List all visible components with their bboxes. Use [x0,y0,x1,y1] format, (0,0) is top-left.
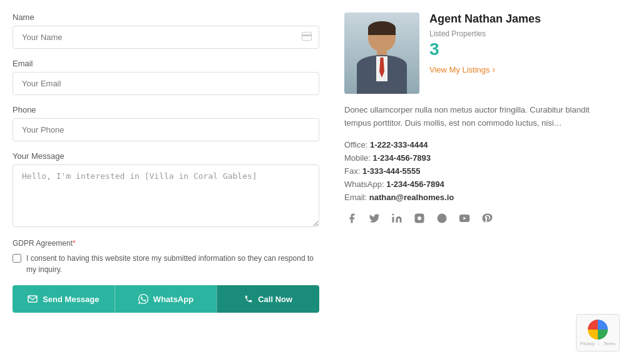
call-now-button[interactable]: Call Now [217,285,319,313]
recaptcha-privacy-terms: Privacy - Terms [580,341,615,346]
svg-rect-2 [28,296,37,302]
phone-icon [244,295,253,303]
facebook-icon[interactable] [344,211,359,226]
page-container: Name Email Phone Your Message Hello, I'm [0,0,626,364]
email-field-group: Email [13,59,319,95]
contact-form-panel: Name Email Phone Your Message Hello, I'm [13,13,319,351]
gdpr-consent-text: I consent to having this website store m… [26,253,319,275]
agent-listed-count: 3 [429,39,613,59]
gdpr-checkbox-row: I consent to having this website store m… [13,253,319,275]
agent-info: Agent Nathan James Listed Properties 3 V… [429,13,613,94]
name-input[interactable] [13,26,319,49]
view-listings-link[interactable]: View My Listings › [429,64,613,74]
office-number: 1-222-333-4444 [370,140,428,149]
message-label: Your Message [13,151,319,161]
whatsapp-number: 1-234-456-7894 [386,179,444,189]
phone-input[interactable] [13,118,319,141]
email-label: Email [13,59,319,68]
name-label: Name [13,13,319,22]
send-message-button[interactable]: Send Message [13,285,115,313]
chevron-right-icon: › [493,64,496,74]
message-textarea[interactable]: Hello, I'm interested in [Villa in Coral… [13,164,319,227]
pinterest-icon[interactable] [480,211,495,226]
message-field-group: Your Message Hello, I'm interested in [V… [13,151,319,229]
office-line: Office: 1-222-333-4444 [344,140,613,149]
privacy-link[interactable]: Privacy [580,341,595,346]
svg-point-3 [393,213,394,215]
mobile-line: Mobile: 1-234-456-7893 [344,153,613,163]
agent-info-panel: Agent Nathan James Listed Properties 3 V… [338,13,613,351]
svg-rect-1 [302,34,312,36]
youtube-icon[interactable] [457,211,472,226]
mobile-number: 1-234-456-7893 [373,153,431,163]
whatsapp-button[interactable]: WhatsApp [115,285,217,313]
email-input[interactable] [13,72,319,95]
agent-name: Agent Nathan James [429,13,613,26]
card-icon [302,32,312,43]
name-field-group: Name [13,13,319,49]
phone-field-group: Phone [13,105,319,141]
fax-number: 1-333-444-5555 [362,166,421,176]
fax-line: Fax: 1-333-444-5555 [344,166,613,176]
agent-header: Agent Nathan James Listed Properties 3 V… [344,13,613,94]
email-line: Email: nathan@realhomes.io [344,193,613,202]
terms-link[interactable]: Terms [603,341,615,346]
agent-listed-label: Listed Properties [429,29,613,38]
globe-icon[interactable] [434,211,449,226]
agent-description: Donec ullamcorper nulla non metus auctor… [344,104,613,130]
contact-info: Office: 1-222-333-4444 Mobile: 1-234-456… [344,140,613,202]
instagram-icon[interactable] [412,211,427,226]
recaptcha-logo [588,320,608,340]
gdpr-label: GDPR Agreement* [13,239,319,248]
gdpr-checkbox[interactable] [13,254,21,263]
phone-label: Phone [13,105,319,114]
whatsapp-line: WhatsApp: 1-234-456-7894 [344,179,613,189]
recaptcha-badge: Privacy - Terms [576,314,620,351]
twitter-icon[interactable] [367,211,382,226]
agent-photo [344,13,419,94]
linkedin-icon[interactable] [389,211,404,226]
social-icons-row [344,211,613,226]
action-buttons-row: Send Message WhatsApp Call Now [13,285,319,313]
email-link[interactable]: nathan@realhomes.io [369,193,454,202]
gdpr-section: GDPR Agreement* I consent to having this… [13,239,319,275]
whatsapp-icon [138,294,148,304]
send-icon [28,295,38,303]
name-input-wrapper [13,26,319,49]
